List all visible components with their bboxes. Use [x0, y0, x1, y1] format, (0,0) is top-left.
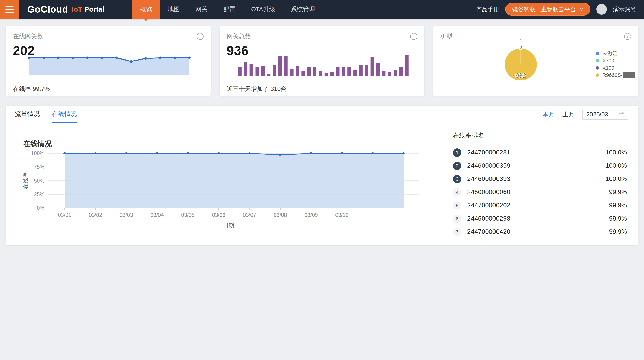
online-rate-value: 99.9%	[609, 189, 627, 196]
this-month-link[interactable]: 本月	[542, 110, 554, 118]
detail-panel: 流量情况在线情况 本月 上月 2025/03 在线情况在线率0%25%50%75…	[6, 106, 638, 245]
panel-tabs-row: 流量情况在线情况 本月 上月 2025/03	[6, 106, 638, 123]
svg-text:在线率: 在线率	[22, 172, 29, 189]
legend-dot-icon	[596, 59, 599, 62]
panel-tab-2[interactable]: 在线情况	[52, 106, 77, 123]
avatar[interactable]	[596, 4, 607, 15]
svg-text:03/08: 03/08	[274, 212, 287, 218]
navbar-right: 产品手册 锐谷智联工业物联云平台 ∨ 演示账号	[476, 0, 644, 19]
info-icon[interactable]: i	[410, 33, 417, 40]
rank-badge: 6	[453, 215, 461, 223]
ranking-row: 3244600000393100.0%	[453, 172, 627, 186]
svg-text:2: 2	[519, 45, 522, 51]
svg-text:75%: 75%	[34, 164, 44, 170]
legend-dot-icon	[596, 66, 599, 70]
ranking-row: 624460000029899.9%	[453, 212, 627, 225]
main-nav: 概览地图网关配置OTA升级系统管理	[132, 0, 323, 19]
gateway-id: 245000000060	[467, 189, 510, 196]
panel-tab-1[interactable]: 流量情况	[15, 106, 40, 123]
svg-text:03/06: 03/06	[212, 212, 226, 218]
card-title: 机型	[440, 32, 452, 40]
model-pie-chart: 12932	[495, 38, 546, 89]
chevron-down-icon: ∨	[580, 7, 583, 12]
svg-text:03/07: 03/07	[243, 212, 256, 218]
online-gateways-sparkline-chart	[13, 54, 204, 77]
svg-text:1: 1	[519, 38, 522, 44]
calendar-icon	[618, 111, 624, 117]
rank-badge: 7	[453, 228, 461, 236]
online-rate-value: 99.9%	[609, 228, 627, 235]
legend-label: X100	[602, 65, 614, 71]
month-picker[interactable]: 2025/03	[582, 109, 628, 120]
logo-name: GoCloud	[27, 4, 68, 15]
online-rate-ranking: 在线率排名 1244700000281100.0%224460000035910…	[453, 131, 627, 238]
svg-text:0%: 0%	[37, 205, 44, 211]
svg-text:03/10: 03/10	[335, 212, 349, 218]
nav-item-2[interactable]: 地图	[160, 0, 188, 19]
online-rate-value: 99.9%	[609, 215, 627, 222]
nav-item-1[interactable]: 概览	[132, 0, 160, 19]
online-rate-chart: 在线情况在线率0%25%50%75%100%03/0103/0203/0303/…	[21, 138, 429, 233]
month-picker-value: 2025/03	[586, 111, 616, 118]
gateway-id: 244600000359	[467, 162, 510, 169]
info-icon[interactable]: i	[624, 33, 631, 40]
ranking-row: 724470000042099.9%	[453, 225, 627, 238]
svg-text:50%: 50%	[34, 178, 44, 184]
svg-text:932: 932	[516, 72, 526, 79]
logo-rest: Portal	[84, 5, 104, 13]
menu-icon[interactable]	[0, 0, 19, 19]
online-rate-value: 100.0%	[606, 162, 627, 169]
online-rate-footer: 在线率 99.7%	[13, 82, 204, 96]
legend-label: 未激活	[602, 50, 618, 57]
legend-label: R9660S-	[602, 72, 622, 78]
card-title: 网关总数	[227, 32, 251, 40]
rank-badge: 2	[453, 162, 461, 170]
ranking-row: 424500000006099.9%	[453, 186, 627, 199]
ranking-row: 2244600000359100.0%	[453, 159, 627, 172]
logo-accent: IoT	[72, 5, 82, 13]
legend-dot-icon	[596, 73, 599, 77]
ranking-row: 524470000020299.9%	[453, 199, 627, 212]
svg-text:03/03: 03/03	[120, 212, 133, 218]
info-icon[interactable]: i	[197, 33, 204, 40]
legend-item-4: R9660S-	[596, 71, 635, 79]
redacted-block	[623, 72, 635, 78]
gateways-added-bar-chart	[227, 52, 418, 78]
panel-tabs: 流量情况在线情况	[15, 106, 89, 123]
product-manual-link[interactable]: 产品手册	[476, 6, 499, 13]
card-model-distribution: 机型 i 12932 未激活X700X100R9660S-	[434, 26, 638, 96]
pie-legend: 未激活X700X100R9660S-	[596, 50, 635, 79]
range-controls: 本月 上月 2025/03	[542, 106, 628, 123]
svg-text:03/01: 03/01	[58, 212, 71, 218]
svg-text:03/02: 03/02	[89, 212, 102, 218]
rank-badge: 5	[453, 201, 461, 210]
svg-text:100%: 100%	[31, 150, 44, 156]
card-total-gateways: 网关总数 i 936 近三十天增加了 310台	[220, 26, 424, 96]
online-rate-value: 100.0%	[606, 175, 627, 183]
last-month-link[interactable]: 上月	[562, 110, 574, 118]
rank-badge: 1	[453, 148, 461, 157]
nav-item-4[interactable]: 配置	[216, 0, 243, 19]
legend-label: X700	[602, 58, 614, 64]
svg-text:日期: 日期	[223, 222, 234, 228]
nav-item-5[interactable]: OTA升级	[243, 0, 283, 19]
online-rate-value: 100.0%	[606, 149, 627, 156]
gateway-id: 244600000298	[467, 215, 510, 222]
account-name: 演示账号	[613, 6, 636, 13]
platform-selector-button[interactable]: 锐谷智联工业物联云平台 ∨	[505, 3, 590, 16]
rank-badge: 3	[453, 175, 461, 183]
gateway-id: 244600000393	[467, 175, 510, 183]
legend-item-2: X700	[596, 57, 635, 64]
ranking-title: 在线率排名	[453, 131, 627, 139]
card-online-gateways: 在线网关数 i 202 在线率 99.7%	[6, 26, 210, 96]
card-title: 在线网关数	[13, 32, 43, 40]
nav-item-6[interactable]: 系统管理	[283, 0, 323, 19]
legend-item-1: 未激活	[596, 50, 635, 57]
stat-cards-row: 在线网关数 i 202 在线率 99.7% 网关总数 i 936 近三十天增加了…	[0, 19, 644, 96]
online-rate-value: 99.9%	[609, 202, 627, 209]
nav-item-3[interactable]: 网关	[188, 0, 216, 19]
legend-item-3: X100	[596, 64, 635, 71]
ranking-row: 1244700000281100.0%	[453, 146, 627, 159]
gateway-id: 244700000420	[467, 228, 510, 235]
svg-text:25%: 25%	[34, 191, 44, 197]
